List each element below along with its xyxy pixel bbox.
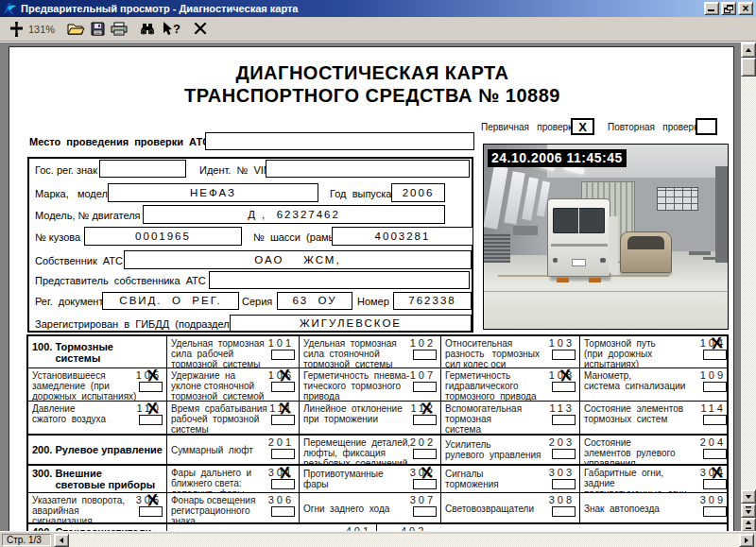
param-code: 113 [549,403,576,414]
owner-rep-field [209,271,470,289]
zoom-level[interactable]: 131% [28,24,55,35]
cross-mark: X [420,402,433,419]
param-code-block: 108X [549,370,576,392]
close-preview-icon[interactable] [191,19,210,40]
down-arrow-icon [746,495,751,499]
param-label: Состояние элементов тормозных систем [584,403,683,424]
reg-doc-field: СВИД. О РЕГ. [102,292,239,310]
doc-title-line2: ТРАНСПОРТНОГО СРЕДСТВА № 10889 [9,85,734,107]
result-box [271,350,295,360]
last-page-button[interactable] [741,518,756,531]
param-code-block: 302X [410,468,437,489]
param-cell: Время срабатывания рабочей тормозной сис… [166,402,299,434]
param-code-block: 103 [549,338,576,360]
param-code-block: 109 [700,370,727,392]
param-code-block: 309 [700,495,727,517]
document-page[interactable]: ДИАГНОСТИЧЕСКАЯ КАРТА ТРАНСПОРТНОГО СРЕД… [9,46,734,531]
window-title: Предварительный просмотр - Диагностическ… [21,3,702,14]
param-cell: Установившееся замедление (при дорожных … [28,368,166,401]
param-label: Сигналы торможения [445,469,499,489]
primary-check-label: Первичная проверка [481,122,577,132]
inspection-photo: 24.10.2006 11:45:45 [483,144,729,330]
year-field: 2006 [391,183,445,202]
param-cell: Состояние элементов рулевого управления2… [579,436,727,464]
minimize-button[interactable] [704,2,719,15]
find-icon[interactable] [136,19,159,40]
open-icon[interactable] [64,19,88,40]
param-cell: Перемещение деталей, люфты, фиксация рез… [299,436,440,464]
print-icon[interactable] [108,19,130,40]
param-code-block: 105X [136,370,163,392]
diagnostic-table: 100. Тормозные системыУдельная тормозная… [26,334,729,531]
param-code: 306 [268,495,295,505]
next-page-button[interactable] [741,504,756,518]
photo-window [657,187,698,211]
param-cell: Указатели поворота, аварийная сигнализац… [28,493,166,522]
result-box [413,449,437,459]
param-cell: Сигналы торможения303 [440,466,579,492]
result-box [552,506,576,517]
param-label: Манометр, система сигнализации [584,370,685,391]
context-help-icon[interactable]: ? [159,19,185,40]
scroll-down-button[interactable] [741,489,756,504]
cross-mark: X [278,466,291,484]
vertical-scrollbar[interactable] [741,43,756,531]
save-icon[interactable] [88,19,108,40]
param-code-block: 112X [410,403,437,425]
cross-mark: X [278,402,291,419]
param-code: 204 [700,437,727,448]
param-cell: Противотуманные фары302X [299,466,440,492]
scroll-left-button[interactable] [54,534,69,547]
param-cell: Световозвращатели308 [440,493,579,522]
gos-reg-field [99,160,186,178]
param-label: Фонарь освещения регистрационного знака [171,495,255,522]
section-cell: 300. Внешние световые приборы [28,466,166,492]
horizontal-scrollbar[interactable] [54,534,754,547]
section-cell: 100. Тормозные системы [28,336,166,368]
scroll-up-button[interactable] [741,43,756,58]
cross-mark: X [146,493,159,511]
param-code-block: 306 [268,495,295,517]
vertical-scroll-thumb[interactable] [741,58,756,77]
param-label: Линейное отклонение при торможении [303,403,403,424]
engine-label: Модель, № двигателя [35,210,141,221]
vin-label: Идент. № VIN [199,164,271,176]
param-label: Суммарный люфт [171,445,253,455]
param-label: Указатели поворота, аварийная сигнализац… [32,495,125,522]
restore-button[interactable] [721,2,736,15]
cross-mark: X [710,466,723,484]
param-code-block: 111X [269,403,295,425]
param-cell: 401 [166,524,376,531]
preview-workspace: ДИАГНОСТИЧЕСКАЯ КАРТА ТРАНСПОРТНОГО СРЕД… [0,42,756,531]
section-title: 200. Рулевое управление [28,436,166,464]
owner-rep-label: Представитель собственника АТС [35,275,206,286]
param-label: Противотуманные фары [303,469,384,489]
result-box [271,449,295,459]
param-code-block: 308 [549,495,576,517]
series-label: Серия [242,296,272,307]
cross-mark: X [710,336,723,354]
param-cell: Усилитель рулевого управления203 [440,436,579,464]
zoom-cursor-icon[interactable] [7,19,26,40]
close-icon: × [739,3,752,14]
number-label: Номер [357,296,389,307]
param-code: 309 [700,495,727,505]
toolbar: 131% [0,17,756,42]
param-label: Вспомогательная тормозная система [445,403,522,434]
param-code-block: 202 [410,437,437,459]
param-label: Удержание на уклоне стояночной тормозной… [171,370,264,401]
gibdd-label: Зарегистрирован в ГИБДД (подразделение) [35,318,256,330]
chassis-field: 4003281 [332,227,473,246]
scroll-right-button[interactable] [739,534,754,547]
app-icon [3,2,17,15]
app-window: Предварительный просмотр - Диагностическ… [0,0,756,547]
close-button[interactable]: × [738,2,753,15]
table-row: Указатели поворота, аварийная сигнализац… [28,492,727,522]
param-label: Удельная тормозная сила стояночной тормо… [303,338,397,368]
param-code-block: 304X [700,468,727,489]
cross-mark: X [146,368,159,386]
param-label: Габаритные огни, задние противотуманные … [584,468,687,492]
param-code: 307 [410,495,437,505]
param-code-block: 101 [268,338,295,360]
param-code: 107 [410,370,437,381]
